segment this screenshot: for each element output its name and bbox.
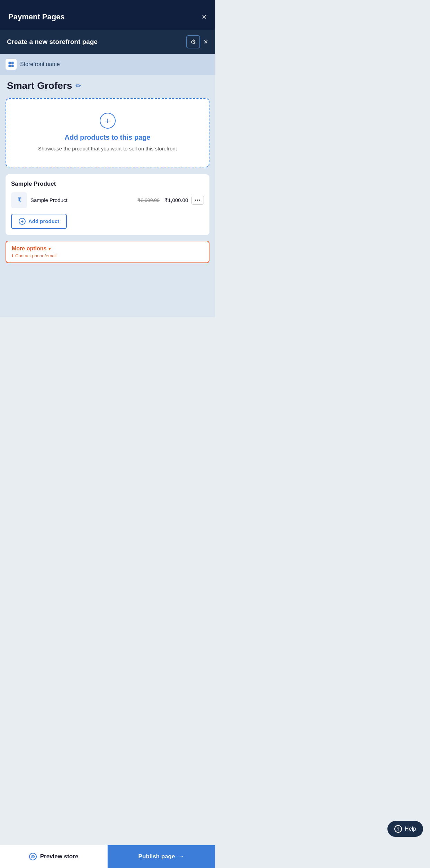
app-title: Payment Pages <box>8 12 65 21</box>
more-options-sub: ℹ Contact phone/email <box>12 253 203 258</box>
add-products-box[interactable]: + Add products to this page Showcase the… <box>6 98 209 167</box>
sub-header-actions: ⚙ × <box>186 35 208 48</box>
product-thumbnail: ₹ <box>11 192 27 208</box>
chevron-down-icon: ▾ <box>48 246 51 251</box>
add-products-plus-icon: + <box>100 113 116 129</box>
storefront-icon <box>6 59 17 70</box>
more-options-section[interactable]: More options ▾ ℹ Contact phone/email <box>6 241 209 263</box>
top-bar-close-button[interactable]: × <box>202 13 207 21</box>
sub-header-title: Create a new storefront page <box>7 38 186 46</box>
storefront-title-row: Smart Grofers ✏ <box>0 75 215 98</box>
info-icon: ℹ <box>12 253 14 258</box>
add-product-plus-icon: + <box>19 218 26 225</box>
svg-rect-1 <box>11 62 14 64</box>
settings-button[interactable]: ⚙ <box>186 35 200 48</box>
product-row: ₹ Sample Product ₹2,000.00 ₹1,000.00 ••• <box>11 192 204 208</box>
add-products-title: Add products to this page <box>65 133 151 141</box>
more-options-label: More options <box>12 246 46 252</box>
product-sale-price: ₹1,000.00 <box>164 197 188 203</box>
edit-icon[interactable]: ✏ <box>75 82 81 90</box>
storefront-name-label: Storefront name <box>20 61 60 67</box>
svg-rect-3 <box>11 65 14 67</box>
svg-rect-2 <box>9 65 11 67</box>
add-products-description: Showcase the product that you want to se… <box>38 145 177 153</box>
product-original-price: ₹2,000.00 <box>137 197 160 203</box>
svg-rect-0 <box>9 62 11 64</box>
main-content: Storefront name Smart Grofers ✏ + Add pr… <box>0 54 215 317</box>
sub-header-close-button[interactable]: × <box>204 38 208 46</box>
sub-header: Create a new storefront page ⚙ × <box>0 30 215 54</box>
add-product-label: Add product <box>28 218 59 224</box>
more-options-sub-label: Contact phone/email <box>15 253 56 258</box>
add-product-button[interactable]: + Add product <box>11 214 67 229</box>
more-options-row: More options ▾ <box>12 246 203 252</box>
product-card-title: Sample Product <box>11 181 204 187</box>
product-card: Sample Product ₹ Sample Product ₹2,000.0… <box>6 174 209 235</box>
top-bar: Payment Pages × <box>0 0 215 30</box>
product-menu-button[interactable]: ••• <box>191 196 204 205</box>
product-name: Sample Product <box>30 197 134 203</box>
storefront-title: Smart Grofers <box>7 80 72 91</box>
storefront-name-section: Storefront name <box>0 54 215 75</box>
